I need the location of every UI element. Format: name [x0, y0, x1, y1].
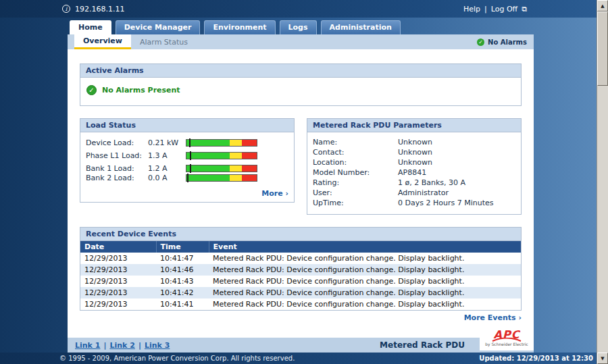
footer-link-2[interactable]: Link 2	[109, 341, 134, 350]
load-bar	[186, 139, 257, 147]
bottom-bar: © 1995 - 2009, American Power Conversion…	[0, 353, 597, 364]
param-label: Rating:	[313, 178, 398, 188]
param-label: Model Number:	[313, 167, 398, 178]
no-alarms-message: No Alarms Present	[102, 86, 180, 95]
load-row-device: Device Load: 0.21 kW	[86, 138, 288, 147]
subtab-alarm-status[interactable]: Alarm Status	[131, 34, 197, 49]
logoff-icon[interactable]: ⧉	[522, 5, 527, 14]
load-label: Phase L1 Load:	[86, 151, 148, 160]
apc-sub-text: by Schneider Electric	[480, 342, 534, 346]
footer-link-3[interactable]: Link 3	[145, 341, 170, 350]
alarm-status-indicator: ✓ No Alarms	[477, 34, 534, 49]
event-text: Metered Rack PDU: Device configuration c…	[209, 253, 521, 264]
tab-home[interactable]: Home	[70, 20, 111, 34]
event-date: 12/29/2013	[80, 253, 156, 264]
param-label: UpTime:	[313, 198, 398, 208]
param-row-uptime: UpTime:0 Days 2 Hours 7 Minutes	[313, 198, 515, 208]
param-row-model-number: Model Number:AP8841	[313, 167, 515, 178]
load-marker	[189, 138, 191, 147]
more-events-link[interactable]: More Events ›	[80, 313, 522, 322]
column-time: Time	[156, 241, 209, 253]
load-value: 1.2 A	[148, 164, 183, 173]
param-value: AP8841	[398, 167, 426, 178]
logoff-link[interactable]: Log Off	[491, 5, 517, 14]
event-text: Metered Rack PDU: Device configuration c…	[209, 287, 521, 298]
pdu-parameters-header: Metered Rack PDU Parameters	[307, 119, 521, 132]
active-alarms-section: Active Alarms ✓ No Alarms Present	[80, 63, 522, 106]
active-alarms-header: Active Alarms	[80, 64, 521, 78]
event-time: 10:41:41	[156, 298, 209, 310]
load-value: 1.3 A	[148, 151, 183, 160]
param-value: 0 Days 2 Hours 7 Minutes	[398, 198, 493, 208]
event-date: 12/29/2013	[80, 276, 156, 287]
event-text: Metered Rack PDU: Device configuration c…	[209, 298, 521, 310]
info-icon[interactable]: i	[62, 5, 70, 13]
event-time: 10:41:43	[156, 276, 209, 287]
param-label: Location:	[313, 157, 398, 167]
device-address: i 192.168.1.11	[62, 5, 124, 14]
event-text: Metered Rack PDU: Device configuration c…	[209, 264, 521, 276]
load-bar	[186, 174, 257, 182]
copyright: © 1995 - 2009, American Power Conversion…	[59, 355, 295, 362]
footer-link-1[interactable]: Link 1	[75, 341, 100, 350]
tab-logs[interactable]: Logs	[280, 20, 317, 34]
tab-environment[interactable]: Environment	[204, 20, 275, 34]
load-label: Device Load:	[86, 138, 148, 147]
param-row-name: Name:Unknown	[313, 137, 515, 147]
event-text: Metered Rack PDU: Device configuration c…	[209, 276, 521, 287]
scrollbar-thumb[interactable]	[597, 11, 608, 86]
sub-nav: Overview Alarm Status ✓ No Alarms	[68, 34, 534, 49]
load-bar	[186, 165, 257, 172]
param-value: Unknown	[398, 147, 432, 157]
param-label: User:	[313, 188, 398, 198]
active-alarms-body: ✓ No Alarms Present	[80, 78, 521, 105]
load-marker	[187, 174, 188, 182]
load-row-bank-1: Bank 1 Load: 1.2 A	[86, 164, 288, 173]
no-alarms-icon: ✓	[477, 38, 484, 46]
footer-separator: |	[103, 341, 106, 350]
event-row: 12/29/2013 10:41:41 Metered Rack PDU: De…	[80, 298, 521, 310]
recent-events-header: Recent Device Events	[80, 228, 521, 241]
param-value: Administrator	[398, 188, 449, 198]
more-link[interactable]: More ›	[80, 186, 294, 202]
param-row-contact: Contact:Unknown	[313, 147, 515, 157]
pdu-parameters-section: Metered Rack PDU Parameters Name:Unknown…	[307, 118, 522, 215]
pdu-web-ui: i 192.168.1.11 Help | Log Off ⧉ Home Dev…	[0, 0, 608, 364]
footer-separator: |	[138, 341, 141, 350]
column-date: Date	[80, 241, 156, 253]
scroll-up-icon[interactable]: ▲	[597, 0, 608, 11]
tab-device-manager[interactable]: Device Manager	[116, 20, 201, 34]
load-label: Bank 1 Load:	[86, 164, 148, 173]
event-date: 12/29/2013	[80, 287, 156, 298]
help-link[interactable]: Help	[463, 5, 480, 14]
subtab-overview[interactable]: Overview	[74, 34, 131, 49]
tab-administration[interactable]: Administration	[321, 20, 401, 34]
param-row-user: User:Administrator	[313, 188, 515, 198]
load-row-phase-l1: Phase L1 Load: 1.3 A	[86, 151, 288, 160]
load-bar	[186, 152, 257, 159]
event-row: 12/29/2013 10:41:46 Metered Rack PDU: De…	[80, 264, 521, 276]
load-status-section: Load Status Device Load: 0.21 kW Phase L…	[80, 118, 295, 203]
event-row: 12/29/2013 10:41:43 Metered Rack PDU: De…	[80, 276, 521, 287]
events-table: Date Time Event 12/29/2013 10:41:47 Mete…	[80, 241, 521, 310]
session-links: Help | Log Off ⧉	[463, 5, 527, 14]
param-value: Unknown	[398, 157, 432, 167]
load-label: Bank 2 Load:	[86, 174, 148, 182]
event-time: 10:41:46	[156, 264, 209, 276]
top-bar: i 192.168.1.11 Help | Log Off ⧉	[0, 0, 597, 18]
scroll-down-icon[interactable]: ▼	[597, 353, 608, 364]
scrollbar[interactable]: ▲ ▼	[597, 0, 608, 364]
param-value: 1 ø, 2 Banks, 30 A	[398, 178, 465, 188]
check-icon: ✓	[86, 85, 97, 95]
load-rows: Device Load: 0.21 kW Phase L1 Load: 1.3 …	[80, 132, 294, 182]
pdu-parameter-rows: Name:Unknown Contact:Unknown Location:Un…	[307, 132, 521, 214]
status-columns: Load Status Device Load: 0.21 kW Phase L…	[80, 118, 522, 215]
event-time: 10:41:42	[156, 287, 209, 298]
load-value: 0.0 A	[148, 174, 183, 182]
device-ip: 192.168.1.11	[75, 5, 124, 14]
footer-links: Link 1 | Link 2 | Link 3	[68, 341, 170, 350]
event-date: 12/29/2013	[80, 264, 156, 276]
param-row-location: Location:Unknown	[313, 157, 515, 167]
event-row: 12/29/2013 10:41:42 Metered Rack PDU: De…	[80, 287, 521, 298]
param-label: Contact:	[313, 147, 398, 157]
